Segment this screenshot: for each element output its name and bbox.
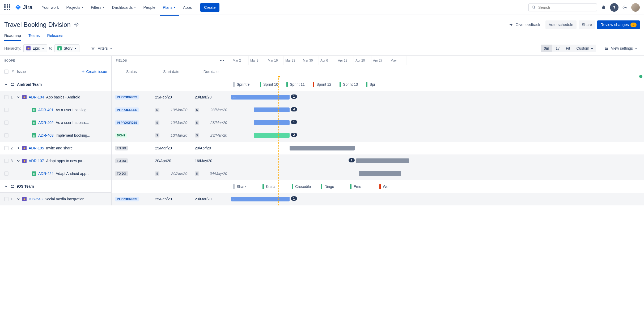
row-checkbox[interactable]: [4, 146, 9, 150]
collapse-icon[interactable]: [16, 159, 20, 162]
status-pill[interactable]: DONE: [115, 133, 127, 138]
sprint-lane: Sprint 9Sprint 10Sprint 11Sprint 12Sprin…: [231, 78, 644, 91]
start-date: 10/Mar/20: [171, 108, 187, 112]
nav-filters[interactable]: Filters: [88, 3, 108, 12]
jira-icon: [15, 4, 21, 11]
row-checkbox[interactable]: [4, 120, 9, 125]
gantt-bar[interactable]: ←1: [231, 197, 290, 201]
sprint-chip[interactable]: Dingo: [319, 184, 348, 189]
sprint-color-icon: [379, 184, 381, 189]
settings-icon[interactable]: [621, 3, 629, 12]
row-checkbox[interactable]: [4, 108, 9, 112]
status-pill[interactable]: TO DO: [115, 158, 128, 163]
sprint-chip[interactable]: Crocodile: [290, 184, 319, 189]
issue-key[interactable]: ADR-401: [38, 108, 54, 112]
share-button[interactable]: Share: [579, 20, 595, 29]
select-all-checkbox[interactable]: [4, 70, 9, 74]
nav-apps[interactable]: Apps: [180, 3, 195, 12]
team-icon: [10, 82, 15, 87]
status-pill[interactable]: IN PROGRESS: [115, 197, 139, 201]
nav-people[interactable]: People: [140, 3, 159, 12]
hierarchy-from-select[interactable]: ⚡ Epic: [23, 44, 47, 52]
row-checkbox[interactable]: [4, 171, 9, 176]
issue-key[interactable]: ADR-424: [38, 171, 54, 176]
jira-logo[interactable]: Jira: [15, 4, 32, 11]
collapse-icon[interactable]: [4, 83, 8, 86]
auto-schedule-button[interactable]: Auto-schedule: [545, 20, 577, 29]
view-settings-button[interactable]: View settings: [601, 44, 640, 52]
filters-button[interactable]: Filters: [88, 44, 115, 52]
plan-settings-icon[interactable]: [74, 22, 79, 27]
app-switcher-icon[interactable]: [4, 4, 11, 11]
sprint-chip[interactable]: Shark: [231, 184, 260, 189]
row-checkbox[interactable]: [4, 197, 9, 201]
issue-key[interactable]: ADR-107: [29, 159, 44, 163]
gantt-bar[interactable]: 4: [254, 107, 290, 112]
gantt-bar[interactable]: 1: [356, 158, 409, 163]
fields-more-icon[interactable]: •••: [220, 59, 227, 62]
create-button[interactable]: Create: [200, 3, 219, 12]
release-marker-icon[interactable]: [639, 75, 642, 78]
zoom-fit[interactable]: Fit: [563, 45, 573, 52]
issue-key[interactable]: ADR-105: [29, 146, 44, 150]
nav-your-work[interactable]: Your work: [39, 3, 62, 12]
search-field[interactable]: [538, 5, 594, 10]
collapse-icon[interactable]: [4, 185, 8, 188]
issue-key[interactable]: ADR-402: [38, 120, 54, 125]
create-issue-button[interactable]: + Create issue: [82, 68, 107, 75]
nav-projects[interactable]: Projects: [63, 3, 87, 12]
status-pill[interactable]: IN PROGRESS: [115, 120, 139, 125]
status-pill[interactable]: TO DO: [115, 171, 128, 176]
team-header[interactable]: iOS Team: [0, 180, 111, 193]
issue-key[interactable]: ADR-104: [29, 95, 44, 99]
filter-icon: [91, 46, 95, 51]
sprint-chip[interactable]: Sprint 13: [337, 82, 364, 87]
sprint-chip[interactable]: Sprint 11: [284, 82, 311, 87]
issue-row: 1⚡IOS-543Social media integration: [0, 193, 111, 205]
status-pill[interactable]: IN PROGRESS: [115, 107, 139, 112]
sprint-chip[interactable]: Sprint 9: [231, 82, 258, 87]
sprint-chip[interactable]: Koala: [260, 184, 290, 189]
help-icon[interactable]: ?: [610, 3, 618, 12]
sprint-color-icon: [292, 184, 293, 189]
issue-key[interactable]: IOS-543: [29, 197, 43, 201]
give-feedback-button[interactable]: Give feedback: [506, 20, 543, 29]
gantt-bar[interactable]: [290, 146, 355, 150]
user-avatar[interactable]: [631, 3, 640, 12]
row-checkbox[interactable]: [4, 95, 9, 99]
collapse-icon[interactable]: [16, 96, 20, 99]
search-input[interactable]: [528, 3, 597, 11]
row-number: 3: [11, 159, 14, 163]
nav-plans[interactable]: Plans: [160, 3, 179, 12]
gantt-bar[interactable]: ←1: [231, 95, 290, 100]
row-checkbox[interactable]: [4, 159, 9, 163]
tab-roadmap[interactable]: Roadmap: [4, 31, 21, 41]
due-date: 20/Apr/20: [195, 146, 211, 150]
collapse-icon[interactable]: [16, 197, 20, 201]
issue-key[interactable]: ADR-403: [38, 133, 54, 137]
epic-icon: ⚡: [22, 146, 27, 150]
sprint-chip[interactable]: Sprint 12: [311, 82, 337, 87]
expand-icon[interactable]: [16, 146, 20, 150]
sprint-chip[interactable]: Sprint 10: [258, 82, 284, 87]
timeline-row: 1: [231, 116, 644, 129]
status-pill[interactable]: TO DO: [115, 146, 128, 150]
tab-releases[interactable]: Releases: [47, 31, 63, 41]
hierarchy-to-select[interactable]: ▮ Story: [54, 44, 80, 52]
gantt-bar[interactable]: [359, 171, 401, 176]
status-pill[interactable]: IN PROGRESS: [115, 95, 139, 100]
sprint-chip[interactable]: Spr: [364, 82, 391, 87]
zoom-3m[interactable]: 3m: [541, 45, 552, 52]
gantt-bar[interactable]: 1: [254, 120, 290, 125]
sprint-chip[interactable]: Wo: [377, 184, 406, 189]
review-changes-button[interactable]: Review changes 2: [597, 20, 640, 29]
gantt-bar[interactable]: 2: [254, 133, 290, 138]
nav-dashboards[interactable]: Dashboards: [109, 3, 139, 12]
zoom-custom[interactable]: Custom: [573, 45, 596, 52]
notifications-icon[interactable]: [599, 3, 608, 12]
sprint-chip[interactable]: Emu: [348, 184, 377, 189]
team-header[interactable]: Android Team: [0, 78, 111, 91]
tab-teams[interactable]: Teams: [28, 31, 40, 41]
zoom-1y[interactable]: 1y: [552, 45, 563, 52]
row-checkbox[interactable]: [4, 133, 9, 137]
